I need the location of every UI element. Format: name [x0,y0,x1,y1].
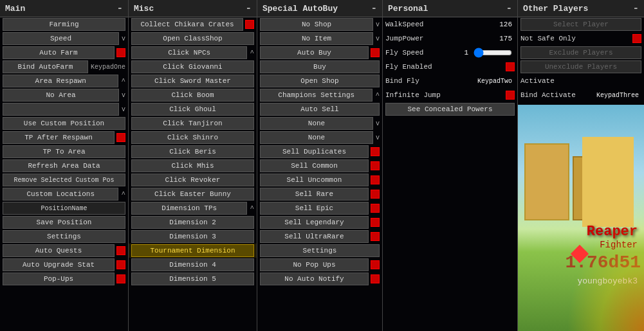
sell-rare-button[interactable]: Sell Rare [260,188,369,201]
bind-autofarm-row: Bind AutoFarm KeypadOne [0,60,128,74]
no-pop-ups-button[interactable]: No Pop Ups [260,258,369,271]
tp-after-respawn-button[interactable]: TP After Respawn [3,131,115,144]
auto-upgrade-stat-toggle[interactable] [116,260,125,269]
buy-row: Buy [257,60,382,74]
dimension-2-button[interactable]: Dimension 2 [131,216,254,229]
dimension-5-button[interactable]: Dimension 5 [131,273,254,285]
champions-settings-button[interactable]: Champions Settings [260,89,373,102]
open-classshop-button[interactable]: Open ClassShop [131,32,254,45]
no-auto-notify-toggle[interactable] [371,274,380,283]
settings-button-special[interactable]: Settings [260,244,380,257]
bind-autofarm-key: KeypadOne [91,64,125,71]
auto-quests-button[interactable]: Auto Quests [3,244,115,257]
dimension-tps-button[interactable]: Dimension TPs [131,202,247,215]
sell-epic-toggle[interactable] [371,204,380,213]
click-boom-button[interactable]: Click Boom [131,89,254,102]
no-shop-button[interactable]: No Shop [260,18,373,31]
sell-duplicates-toggle[interactable] [371,147,380,156]
sell-none-1-button[interactable]: None [260,117,373,130]
no-item-button[interactable]: No Item [260,32,373,45]
farming-button[interactable]: Farming [3,18,125,31]
main-minimize[interactable]: - [116,3,123,14]
auto-quests-toggle[interactable] [116,246,125,255]
click-npcs-button[interactable]: Click NPCs [131,46,247,59]
tp-to-area-button[interactable]: TP To Area [3,145,125,158]
auto-buy-toggle[interactable] [371,48,380,57]
auto-sell-button[interactable]: Auto Sell [260,103,380,116]
auto-buy-button[interactable]: Auto Buy [260,46,369,59]
click-tanjiron-button[interactable]: Click Tanjiron [131,117,254,130]
dimension-3-row: Dimension 3 [129,229,257,244]
click-ghoul-button[interactable]: Click Ghoul [131,103,254,116]
settings-button-main[interactable]: Settings [3,230,125,243]
popups-button[interactable]: Pop-Ups [3,273,115,285]
tp-after-respawn-toggle[interactable] [116,133,125,142]
see-concealed-button[interactable]: See Concealed Powers [385,103,515,116]
remove-custom-pos-button[interactable]: Remove Selected Custom Pos [3,174,125,186]
sell-uncommon-button[interactable]: Sell Uncommon [260,174,369,186]
sell-common-button[interactable]: Sell Common [260,159,369,172]
sell-legendary-button[interactable]: Sell Legendary [260,216,369,229]
click-revoker-button[interactable]: Click Revoker [131,174,254,186]
click-shinro-button[interactable]: Click Shinro [131,131,254,144]
click-giovanni-button[interactable]: Click Giovanni [131,60,254,73]
bind-autofarm-button[interactable]: Bind AutoFarm [3,60,88,73]
save-position-row: Save Position [0,215,128,229]
select-player-button[interactable]: Select Player [520,18,641,31]
no-shop-row: No Shop v [257,17,382,31]
exclude-players-button[interactable]: Exclude Players [520,46,641,59]
special-panel-content: No Shop v No Item v Auto Buy Buy Open Sh… [257,17,382,331]
click-sword-master-button[interactable]: Click Sword Master [131,75,254,87]
walkspeed-label: WalkSpeed [385,21,493,28]
sell-ultrarare-toggle[interactable] [371,232,380,241]
use-custom-pos-button[interactable]: Use Custom Position [3,117,125,130]
open-shop-button[interactable]: Open Shop [260,75,380,87]
sell-uncommon-toggle[interactable] [371,175,380,184]
click-easter-bunny-button[interactable]: Click Easter Bunny [131,188,254,201]
unexclude-players-button[interactable]: Unexclude Players [520,60,641,73]
empty-v-button[interactable] [3,103,119,116]
infinite-jump-toggle[interactable] [506,91,515,100]
tournament-dimension-button[interactable]: Tournament Dimension [131,244,254,257]
collect-chikara-toggle[interactable] [245,20,254,29]
click-mhis-button[interactable]: Click Mhis [131,159,254,172]
popups-toggle[interactable] [116,274,125,283]
auto-quests-row: Auto Quests [0,244,128,258]
refresh-area-button[interactable]: Refresh Area Data [3,159,125,172]
sell-legendary-toggle[interactable] [371,218,380,227]
position-name-input[interactable] [3,202,125,215]
autofarm-button[interactable]: Auto Farm [3,46,115,59]
speed-button[interactable]: Speed [3,32,119,45]
other-minimize[interactable]: - [632,3,639,14]
sell-common-toggle[interactable] [371,161,380,170]
buy-button[interactable]: Buy [260,60,380,73]
sell-rare-toggle[interactable] [371,190,380,199]
custom-locations-button[interactable]: Custom Locations [3,188,118,201]
flyspeed-slider[interactable] [474,48,512,58]
autofarm-toggle[interactable] [116,48,125,57]
special-title: Special AutoBuy [262,4,338,13]
not-safe-only-label: Not Safe Only [520,35,630,42]
dimension-3-button[interactable]: Dimension 3 [131,230,254,243]
no-pop-ups-toggle[interactable] [371,260,380,269]
dimension-tps-row: Dimension TPs ^ [129,201,257,215]
sell-epic-button[interactable]: Sell Epic [260,202,369,215]
dimension-4-button[interactable]: Dimension 4 [131,258,254,271]
click-beris-button[interactable]: Click Beris [131,145,254,158]
misc-minimize[interactable]: - [245,3,252,14]
sell-ultrarare-button[interactable]: Sell UltraRare [260,230,369,243]
bind-fly-row: Bind Fly KeypadTwo [383,74,517,88]
no-auto-notify-button[interactable]: No Auto Notify [260,273,369,285]
special-minimize[interactable]: - [371,3,377,14]
sell-duplicates-button[interactable]: Sell Duplicates [260,145,369,158]
fly-enabled-toggle[interactable] [506,62,515,71]
no-area-button[interactable]: No Area [3,89,119,102]
not-safe-only-toggle[interactable] [632,34,641,43]
sell-none-2-button[interactable]: None [260,131,373,144]
auto-upgrade-stat-button[interactable]: Auto Upgrade Stat [3,258,115,271]
other-title: Other Players [523,4,588,13]
area-respawn-button[interactable]: Area Respawn [3,75,118,87]
collect-chikara-button[interactable]: Collect Chikara Crates [131,18,243,31]
save-position-button[interactable]: Save Position [3,216,125,229]
personal-minimize[interactable]: - [506,3,512,14]
